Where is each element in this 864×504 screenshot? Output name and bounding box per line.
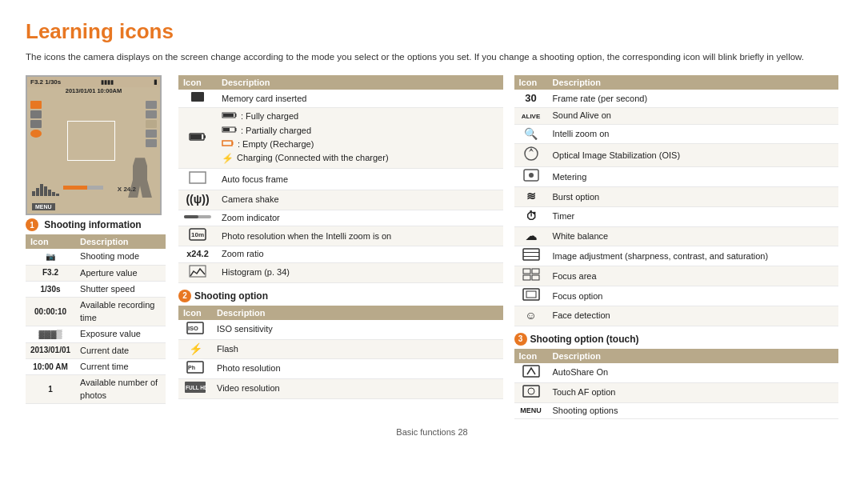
cam-right-icon-3	[146, 120, 157, 128]
table-row: ⏱ Timer	[514, 207, 839, 227]
table-row: AutoShare On	[514, 363, 839, 383]
list-item: : Fully charged	[222, 110, 498, 123]
icon-cell: ISO	[178, 320, 212, 340]
svg-rect-16	[235, 128, 237, 131]
svg-rect-5	[52, 192, 55, 196]
svg-rect-38	[532, 269, 539, 274]
ct-header-desc: Description	[217, 75, 503, 90]
list-item: : Partially charged	[222, 124, 498, 138]
table-row: Touch AF option	[514, 382, 839, 402]
section3-header: 3 Shooting option (touch)	[514, 333, 839, 346]
right-column: Icon Description 30 Frame rate (per seco…	[514, 75, 839, 419]
table-row: 🔍 Intelli zoom on	[514, 124, 839, 144]
icon-cell: 2013/01/01	[26, 342, 75, 358]
table-row: ⚡ Flash	[178, 339, 503, 359]
icon-cell: 📷	[26, 249, 75, 265]
table-row: 📷Shooting mode	[26, 249, 166, 265]
section1-label: Shooting information	[44, 219, 141, 230]
svg-rect-21	[184, 215, 198, 218]
desc-cell: Available recording time	[75, 298, 166, 326]
svg-rect-34	[523, 249, 539, 260]
icon-cell: ☁	[514, 226, 548, 246]
ct-header-icon: Icon	[178, 75, 217, 90]
icon-cell: 00:00:10	[26, 298, 75, 326]
desc-cell: Video resolution	[212, 379, 503, 399]
icon-cell	[514, 246, 548, 266]
bullet-icon	[222, 138, 234, 150]
table-row: Focus option	[514, 286, 839, 306]
icon-cell: ALIVE	[514, 108, 548, 124]
svg-rect-7	[191, 92, 204, 102]
icon-cell: ≋	[514, 187, 548, 207]
table-row: Focus area	[514, 266, 839, 286]
desc-cell: Aperture value	[75, 265, 166, 281]
svg-rect-0	[32, 191, 35, 196]
table-row: 00:00:10Available recording time	[26, 298, 166, 326]
desc-cell: White balance	[548, 226, 839, 246]
table-row: F3.2Aperture value	[26, 265, 166, 281]
cam-icon-2	[30, 110, 42, 118]
icon-cell	[514, 363, 548, 383]
svg-text:FULL HD: FULL HD	[186, 385, 206, 390]
list-item: : Empty (Recharge)	[222, 138, 498, 151]
camera-screen: F3.2 1/30s ▮▮▮▮ ▮ 2013/01/01 10:00AM	[26, 75, 162, 215]
icon-cell: 🔍	[514, 124, 548, 144]
center-top-table: Icon Description Memory card inserted	[178, 75, 503, 282]
table-row: 1Available number of photos	[26, 375, 166, 404]
svg-text:10m: 10m	[191, 231, 204, 238]
desc-cell: Zoom ratio	[217, 246, 503, 262]
svg-rect-19	[190, 172, 206, 183]
badge-2: 2	[178, 290, 191, 302]
table-row: MENU Shooting options	[514, 402, 839, 418]
desc-cell: Current time	[75, 358, 166, 374]
s1-header-icon: Icon	[26, 234, 75, 249]
table-row: 2013/01/01Current date	[26, 342, 166, 358]
desc-cell: Timer	[548, 207, 839, 227]
table-row: ☺ Face detection	[514, 306, 839, 326]
svg-point-45	[528, 388, 534, 394]
desc-cell: Flash	[212, 339, 503, 359]
svg-rect-44	[523, 386, 539, 397]
s3-header-icon: Icon	[514, 349, 548, 363]
desc-cell: Touch AF option	[548, 382, 839, 402]
table-row: ▓▓▓▒Exposure value	[26, 326, 166, 342]
svg-rect-39	[523, 275, 530, 280]
svg-rect-40	[532, 275, 539, 280]
histogram-display	[32, 180, 60, 196]
table-row: Image adjustment (sharpness, contrast, a…	[514, 246, 839, 266]
cam-icon-1	[30, 101, 42, 109]
section1-table: Icon Description 📷Shooting modeF3.2Apert…	[26, 234, 166, 404]
svg-rect-2	[40, 184, 43, 196]
list-item: ⚡ Charging (Connected with the charger)	[222, 151, 498, 166]
table-row: Ph Photo resolution	[178, 359, 503, 379]
icon-cell	[178, 169, 217, 190]
table-row: Histogram (p. 34)	[178, 262, 503, 282]
desc-cell: Shooting mode	[75, 249, 166, 265]
section2-label: Shooting option	[194, 290, 268, 302]
icon-cell: x24.2	[178, 246, 217, 262]
svg-rect-37	[523, 269, 530, 274]
svg-point-33	[529, 173, 534, 178]
cam-icon-4	[30, 130, 42, 138]
desc-cell: Focus area	[548, 266, 839, 286]
desc-cell: Focus option	[548, 286, 839, 306]
svg-rect-4	[48, 190, 51, 196]
icon-cell	[178, 210, 217, 226]
sr-header-desc: Description	[548, 75, 839, 90]
section2-table: Icon Description ISO ISO sensitivity ⚡ F…	[178, 306, 503, 400]
table-row: ≋ Burst option	[514, 187, 839, 207]
icon-cell: ▓▓▓▒	[26, 326, 75, 342]
icon-cell	[514, 286, 548, 306]
table-row: ((ψ)) Camera shake	[178, 190, 503, 210]
icon-cell	[514, 266, 548, 286]
table-row: Optical Image Stabilization (OIS)	[514, 144, 839, 167]
intro-text: The icons the camera displays on the scr…	[26, 50, 838, 64]
sr-header-icon: Icon	[514, 75, 548, 90]
menu-button-cam: MENU	[32, 203, 55, 210]
desc-cell: Face detection	[548, 306, 839, 326]
icon-cell: MENU	[514, 402, 548, 418]
section-right-table: Icon Description 30 Frame rate (per seco…	[514, 75, 839, 326]
icon-cell: 1/30s	[26, 282, 75, 298]
bullet-icon	[222, 125, 238, 137]
icon-cell: ☺	[514, 306, 548, 326]
